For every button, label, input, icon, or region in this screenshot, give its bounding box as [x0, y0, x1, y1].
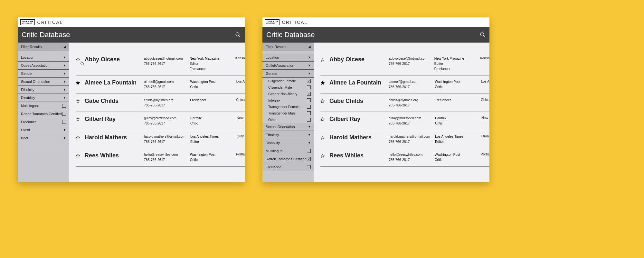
critic-row[interactable]: Abby Olceseabbyolcese@hotmail.com785-766…: [76, 52, 245, 75]
search-icon[interactable]: [480, 32, 486, 38]
filter-location[interactable]: Location▼: [262, 54, 314, 62]
critic-meta: New York MagazineEditorFreelancer: [190, 56, 231, 71]
svg-point-0: [236, 33, 239, 36]
filter-label: Gender: [266, 72, 278, 75]
star-outline-icon[interactable]: [320, 99, 325, 104]
filter-outlet-association[interactable]: Outlet/Association▼: [18, 62, 69, 70]
critic-meta: Washington PostCritic: [190, 79, 232, 90]
critic-meta: Washington PostCritic: [435, 152, 476, 163]
star-outline-icon[interactable]: [76, 117, 80, 122]
filter-event[interactable]: Event▼: [18, 126, 69, 134]
filter-option-other[interactable]: Other: [262, 116, 314, 123]
checkbox-icon[interactable]: [62, 120, 66, 124]
search-input[interactable]: [413, 32, 477, 38]
critic-name: Harold Mathers: [85, 134, 139, 141]
critic-contact: gilray@buzzfeed.com785-766-2617: [389, 116, 431, 126]
checkbox-icon[interactable]: [307, 149, 311, 153]
caret-down-icon: ▼: [63, 136, 66, 140]
svg-line-1: [239, 35, 240, 37]
critic-row[interactable]: Aimee La Fountainaimeelf@gmail.com785-76…: [320, 75, 489, 94]
filter-beat[interactable]: Beat▼: [18, 134, 69, 142]
filter-rotten-tomatoes-certified[interactable]: Rotten Tomatoes Certified: [18, 110, 69, 118]
filter-ethnicity[interactable]: Ethnicity▼: [18, 86, 69, 94]
filter-freelance[interactable]: Freelance: [18, 118, 69, 126]
search-input[interactable]: [168, 32, 232, 38]
filter-results-header[interactable]: Filter Results ◀: [18, 43, 69, 51]
filter-gender[interactable]: Gender▼: [18, 70, 69, 78]
critic-row[interactable]: Rees Whileshello@reeswhiles.com785-766-2…: [320, 148, 489, 167]
critic-row[interactable]: Harold Mathersharold.mathers@gmail.com78…: [76, 130, 245, 149]
critic-row[interactable]: Gilbert Raygilray@buzzfeed.com785-766-26…: [320, 112, 489, 130]
critic-contact: childs@nytimes.org785-766-2617: [144, 98, 185, 108]
filter-option-intersex[interactable]: Intersex: [262, 97, 314, 104]
filter-option-transgender-female[interactable]: Transgender Female: [262, 104, 314, 110]
checkbox-icon[interactable]: [307, 85, 311, 89]
critic-name: Gabe Childs: [85, 98, 139, 104]
critic-row[interactable]: Rees Whileshello@reeswhiles.com785-766-2…: [76, 148, 245, 167]
checkbox-icon[interactable]: [307, 105, 311, 109]
star-outline-icon[interactable]: [320, 57, 325, 62]
filter-disability[interactable]: Disability▼: [262, 139, 314, 147]
star-outline-icon[interactable]: [320, 117, 325, 122]
search-icon[interactable]: [235, 32, 241, 38]
critic-location: Los A: [236, 79, 245, 83]
checkbox-icon[interactable]: [62, 112, 66, 116]
critic-location: Oran: [481, 134, 489, 138]
critic-contact: harold.mathers@gmail.com785-766-2617: [389, 134, 431, 144]
filter-sexual-orientation[interactable]: Sexual Orientation▼: [262, 123, 314, 131]
option-label: Gender Non-Binary: [268, 92, 297, 96]
collapse-sidebar-icon[interactable]: ◀: [63, 45, 66, 49]
checkbox-icon[interactable]: [307, 118, 311, 122]
filter-sexual-orientation[interactable]: Sexual Orientation▼: [18, 78, 69, 86]
filter-option-cisgender-male[interactable]: Cisgender Male: [262, 84, 314, 91]
option-label: Intersex: [268, 98, 280, 102]
filter-outlet-association[interactable]: Outlet/Association▼: [262, 62, 314, 70]
checkbox-icon[interactable]: [307, 98, 311, 102]
filter-location[interactable]: Location▼: [18, 54, 69, 62]
checkbox-icon[interactable]: [62, 104, 66, 108]
critic-name: Abby Olcese: [329, 56, 384, 63]
critic-row[interactable]: Aimee La Fountainaimeelf@gmail.com785-76…: [76, 75, 245, 94]
star-outline-icon[interactable]: [320, 154, 325, 158]
filter-multilingual[interactable]: Multilingual: [262, 147, 314, 155]
critic-contact: gilray@buzzfeed.com785-766-2617: [144, 116, 186, 126]
checkbox-icon[interactable]: ✔: [307, 157, 311, 161]
star-outline-icon[interactable]: [76, 57, 80, 62]
checkbox-icon[interactable]: ✔: [307, 92, 311, 96]
star-outline-icon[interactable]: [76, 135, 80, 140]
svg-point-8: [480, 33, 484, 36]
star-filled-icon[interactable]: [76, 81, 80, 85]
critic-row[interactable]: Harold Mathersharold.mathers@gmail.com78…: [320, 130, 489, 149]
critic-row[interactable]: Gilbert Raygilray@buzzfeed.com785-766-26…: [76, 112, 245, 130]
filter-freelance[interactable]: Freelance: [262, 163, 314, 171]
critic-row[interactable]: Gabe Childschilds@nytimes.org785-766-261…: [76, 94, 245, 112]
critic-name: Gilbert Ray: [329, 116, 384, 123]
filter-option-transgender-male[interactable]: Transgender Male: [262, 110, 314, 116]
filter-ethnicity[interactable]: Ethnicity▼: [262, 131, 314, 139]
svg-marker-6: [76, 136, 80, 139]
filter-disability[interactable]: Disability▼: [18, 94, 69, 102]
checkbox-icon[interactable]: [307, 165, 311, 169]
star-filled-icon[interactable]: [320, 81, 325, 85]
filter-gender[interactable]: Gender▼: [262, 70, 314, 78]
filter-option-gender-non-binary[interactable]: Gender Non-Binary✔: [262, 91, 314, 97]
filter-label: Beat: [21, 136, 28, 140]
caret-down-icon: ▼: [308, 133, 311, 136]
star-outline-icon[interactable]: [320, 135, 325, 140]
brand-product: CRITICAL: [282, 20, 308, 25]
checkbox-icon[interactable]: [307, 111, 311, 115]
critic-location: New: [237, 116, 243, 120]
collapse-sidebar-icon[interactable]: ◀: [308, 45, 311, 49]
critic-name: Gabe Childs: [329, 98, 384, 104]
filter-option-cisgender-female[interactable]: Cisgender Female✔: [262, 78, 314, 84]
filter-results-header[interactable]: Filter Results ◀: [262, 43, 314, 51]
filter-rotten-tomatoes-certified[interactable]: Rotten Tomatoes Certified✔: [262, 155, 314, 163]
filter-multilingual[interactable]: Multilingual: [18, 102, 69, 110]
star-outline-icon[interactable]: [76, 154, 80, 158]
critic-row[interactable]: Gabe Childschilds@nytimes.org785-766-261…: [320, 94, 489, 112]
option-label: Cisgender Female: [268, 79, 296, 83]
star-outline-icon[interactable]: [76, 99, 80, 104]
critic-location: Kansa: [235, 56, 245, 60]
critic-row[interactable]: Abby Olceseabbyolcese@hotmail.com785-766…: [320, 52, 489, 75]
checkbox-icon[interactable]: ✔: [307, 79, 311, 83]
